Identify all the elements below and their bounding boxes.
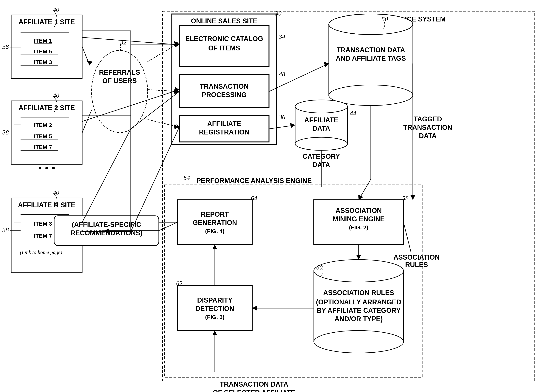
transaction-processing-label1: TRANSACTION — [200, 83, 249, 90]
ref-32: 32 — [120, 39, 127, 46]
affiliate-data-label1: AFFILIATE — [304, 116, 338, 124]
affiliate1-label: AFFILIATE 1 SITE — [19, 18, 75, 26]
affiliate-data-bottom — [295, 137, 347, 150]
ref-40-2: 40 — [53, 92, 59, 99]
arrow-tagged-down-head — [410, 195, 415, 200]
arrow-rules-disparity-head — [252, 306, 257, 311]
catalog-label-line2: OF ITEMS — [208, 44, 240, 52]
ref-30: 30 — [275, 10, 282, 17]
ref-38-1: 38 — [2, 43, 9, 50]
ref-34: 34 — [279, 33, 285, 40]
association-rules-side-label1: ASSOCIATION — [393, 253, 440, 261]
arrow-tp-tdata-head — [324, 62, 329, 67]
referrals-label2: OF USERS — [102, 77, 137, 84]
report-generation-label2: GENERATION — [193, 219, 237, 227]
assoc-rules-label2: (OPTIONALLY ARRANGED — [316, 298, 401, 306]
affiliate-data-top — [295, 100, 347, 113]
disparity-detection-label2: DETECTION — [195, 305, 234, 312]
ref-38-3: 38 — [2, 227, 9, 233]
affiliate2-item7: ITEM 7 — [34, 144, 52, 150]
affiliateN-link: (Link to home page) — [20, 249, 62, 255]
association-rules-cylinder-top — [314, 259, 403, 282]
arrow-mining-rules-head — [356, 255, 361, 259]
ref-62: 62 — [176, 280, 183, 287]
catalog-label-line1: ELECTRONIC CATALOG — [185, 35, 263, 42]
affiliate-data-label2: DATA — [312, 125, 330, 132]
selected-affiliate-label2: OF SELECTED AFFILIATE — [213, 389, 295, 392]
affiliate1-item5: ITEM 5 — [34, 48, 52, 55]
ref-36: 36 — [279, 113, 285, 120]
affiliate-registration-label2: REGISTRATION — [199, 128, 249, 136]
arrow-aff1-referrals-head — [87, 61, 92, 65]
ref-60: 60 — [316, 264, 323, 271]
arrow-aff2-referrals — [82, 110, 92, 133]
ref-48: 48 — [279, 70, 285, 77]
transaction-processing-label2: PROCESSING — [202, 91, 246, 99]
affiliate2-label: AFFILIATE 2 SITE — [19, 104, 75, 112]
tagged-transaction-label1: TAGGED — [414, 115, 442, 123]
tagged-transaction-label3: DATA — [419, 132, 437, 140]
performance-engine-label: PERFORMANCE ANALYSIS ENGINE — [196, 177, 312, 184]
assoc-rules-label1: ASSOCIATION RULES — [323, 289, 394, 297]
ref-44: 44 — [350, 110, 356, 117]
arrow-ar-adata-head — [290, 123, 295, 128]
ref-54: 54 — [184, 174, 190, 181]
arrow-affN-referrals — [82, 129, 131, 222]
tagged-transaction-label2: TRANSACTION — [403, 124, 452, 131]
affiliate-registration-label1: AFFILIATE — [207, 120, 241, 127]
affiliateN-item7: ITEM 7 — [34, 233, 52, 239]
ref-40-1: 40 — [53, 6, 59, 13]
transaction-data-label2: AND AFFILIATE TAGS — [336, 55, 406, 62]
online-sales-label: ONLINE SALES SITE — [191, 17, 257, 25]
association-mining-label3: (FIG. 2) — [349, 224, 368, 231]
referrals-label1: REFERRALS — [99, 69, 140, 76]
selected-affiliate-label1: TRANSACTION DATA — [220, 380, 289, 388]
affiliateN-item3: ITEM 3 — [34, 221, 52, 227]
arrow-mining-rules-side — [403, 222, 411, 252]
report-generation-label3: (FIG. 4) — [205, 228, 224, 234]
association-rules-cylinder-bottom — [314, 330, 403, 353]
affiliate1-item3: ITEM 3 — [34, 59, 52, 65]
diagram-container: COMMERCE SYSTEM AFFILIATE 1 SITE ITEM 1 … — [0, 0, 549, 392]
affiliate2-item2: ITEM 2 — [34, 122, 52, 128]
arrow-disparity-report-head — [212, 245, 217, 249]
affiliateN-label: AFFILIATE N SITE — [18, 201, 75, 209]
report-generation-label1: REPORT — [201, 210, 229, 218]
association-rules-side-label2: RULES — [405, 261, 428, 269]
ref-58: 58 — [402, 195, 408, 202]
assoc-rules-label3: BY AFFILIATE CATEGORY — [317, 307, 401, 314]
transaction-data-label1: TRANSACTION DATA — [337, 46, 405, 54]
arrow-engine-mining-head — [358, 195, 363, 200]
referrals-oval — [92, 50, 148, 133]
affiliate1-item1: ITEM 1 — [34, 38, 52, 44]
affiliate2-item5: ITEM 5 — [34, 133, 52, 139]
bottom-arrow-up-head — [212, 330, 217, 335]
association-mining-label2: MINING ENGINE — [333, 215, 385, 223]
disparity-detection-label1: DISPARITY — [197, 296, 232, 304]
ref-38-2: 38 — [2, 129, 9, 136]
assoc-rules-label4: AND/OR TYPE) — [335, 315, 383, 323]
association-mining-label1: ASSOCIATION — [336, 207, 382, 214]
ref-50: 50 — [382, 15, 388, 22]
arrow-report-recommendations1 — [159, 222, 177, 231]
ref-40-3: 40 — [53, 189, 59, 196]
disparity-detection-label3: (FIG. 3) — [205, 314, 224, 320]
arrow-tp-tdata — [269, 63, 329, 91]
dots: • • • — [38, 162, 55, 174]
ref-64: 64 — [251, 195, 257, 202]
